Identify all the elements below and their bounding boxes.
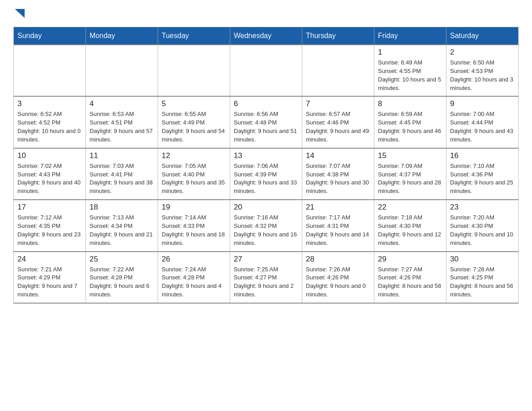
calendar-cell: [302, 45, 374, 96]
day-info: Sunrise: 7:07 AM Sunset: 4:38 PM Dayligh…: [306, 162, 370, 196]
day-number: 30: [450, 255, 515, 264]
day-number: 22: [378, 203, 442, 212]
calendar-cell: 25Sunrise: 7:22 AM Sunset: 4:28 PM Dayli…: [86, 252, 158, 303]
calendar-row-3: 10Sunrise: 7:02 AM Sunset: 4:43 PM Dayli…: [14, 148, 519, 200]
calendar-cell: 22Sunrise: 7:18 AM Sunset: 4:30 PM Dayli…: [374, 200, 446, 251]
calendar-cell: 19Sunrise: 7:14 AM Sunset: 4:33 PM Dayli…: [158, 200, 230, 251]
calendar-cell: 13Sunrise: 7:06 AM Sunset: 4:39 PM Dayli…: [230, 148, 302, 200]
calendar-cell: 12Sunrise: 7:05 AM Sunset: 4:40 PM Dayli…: [158, 148, 230, 200]
calendar-cell: 28Sunrise: 7:26 AM Sunset: 4:26 PM Dayli…: [302, 252, 374, 303]
day-info: Sunrise: 7:16 AM Sunset: 4:32 PM Dayligh…: [234, 214, 298, 247]
day-number: 7: [306, 99, 370, 108]
day-number: 27: [234, 255, 298, 264]
day-info: Sunrise: 7:10 AM Sunset: 4:36 PM Dayligh…: [450, 162, 515, 196]
calendar-cell: 16Sunrise: 7:10 AM Sunset: 4:36 PM Dayli…: [446, 148, 519, 200]
day-info: Sunrise: 7:26 AM Sunset: 4:26 PM Dayligh…: [306, 265, 370, 299]
calendar-cell: 17Sunrise: 7:12 AM Sunset: 4:35 PM Dayli…: [14, 200, 86, 251]
day-number: 24: [17, 255, 82, 264]
day-info: Sunrise: 7:13 AM Sunset: 4:34 PM Dayligh…: [90, 214, 154, 247]
calendar-table: SundayMondayTuesdayWednesdayThursdayFrid…: [13, 27, 519, 304]
calendar-cell: 1Sunrise: 6:49 AM Sunset: 4:55 PM Daylig…: [374, 45, 446, 96]
day-number: 26: [162, 255, 226, 264]
day-number: 4: [90, 99, 154, 108]
svg-marker-0: [15, 9, 25, 18]
logo-flag-icon: [15, 9, 25, 18]
day-number: 8: [378, 99, 442, 108]
day-info: Sunrise: 6:52 AM Sunset: 4:52 PM Dayligh…: [17, 110, 82, 144]
day-info: Sunrise: 6:55 AM Sunset: 4:49 PM Dayligh…: [162, 110, 226, 144]
weekday-header-wednesday: Wednesday: [230, 27, 302, 45]
day-number: 18: [90, 203, 154, 212]
day-info: Sunrise: 7:12 AM Sunset: 4:35 PM Dayligh…: [17, 214, 82, 247]
day-number: 9: [450, 99, 515, 108]
day-info: Sunrise: 7:00 AM Sunset: 4:44 PM Dayligh…: [450, 110, 515, 144]
day-info: Sunrise: 6:57 AM Sunset: 4:46 PM Dayligh…: [306, 110, 370, 144]
day-info: Sunrise: 7:21 AM Sunset: 4:29 PM Dayligh…: [17, 265, 82, 299]
day-info: Sunrise: 7:14 AM Sunset: 4:33 PM Dayligh…: [162, 214, 226, 247]
calendar-cell: 7Sunrise: 6:57 AM Sunset: 4:46 PM Daylig…: [302, 96, 374, 148]
day-info: Sunrise: 6:50 AM Sunset: 4:53 PM Dayligh…: [450, 59, 515, 92]
day-number: 5: [162, 99, 226, 108]
calendar-cell: 3Sunrise: 6:52 AM Sunset: 4:52 PM Daylig…: [14, 96, 86, 148]
day-info: Sunrise: 6:59 AM Sunset: 4:45 PM Dayligh…: [378, 110, 442, 144]
calendar-cell: 30Sunrise: 7:28 AM Sunset: 4:25 PM Dayli…: [446, 252, 519, 303]
logo: [13, 9, 25, 18]
calendar-cell: [14, 45, 86, 96]
calendar-header-row: SundayMondayTuesdayWednesdayThursdayFrid…: [14, 27, 519, 45]
calendar-cell: 24Sunrise: 7:21 AM Sunset: 4:29 PM Dayli…: [14, 252, 86, 303]
calendar-row-5: 24Sunrise: 7:21 AM Sunset: 4:29 PM Dayli…: [14, 252, 519, 303]
weekday-header-sunday: Sunday: [14, 27, 86, 45]
day-info: Sunrise: 7:28 AM Sunset: 4:25 PM Dayligh…: [450, 265, 515, 299]
calendar-cell: 21Sunrise: 7:17 AM Sunset: 4:31 PM Dayli…: [302, 200, 374, 251]
day-info: Sunrise: 7:17 AM Sunset: 4:31 PM Dayligh…: [306, 214, 370, 247]
weekday-header-friday: Friday: [374, 27, 446, 45]
day-number: 23: [450, 203, 515, 212]
day-info: Sunrise: 7:06 AM Sunset: 4:39 PM Dayligh…: [234, 162, 298, 196]
weekday-header-tuesday: Tuesday: [158, 27, 230, 45]
day-info: Sunrise: 6:53 AM Sunset: 4:51 PM Dayligh…: [90, 110, 154, 144]
calendar-cell: 23Sunrise: 7:20 AM Sunset: 4:30 PM Dayli…: [446, 200, 519, 251]
calendar-cell: 15Sunrise: 7:09 AM Sunset: 4:37 PM Dayli…: [374, 148, 446, 200]
day-number: 10: [17, 151, 82, 160]
day-number: 28: [306, 255, 370, 264]
calendar-cell: 26Sunrise: 7:24 AM Sunset: 4:28 PM Dayli…: [158, 252, 230, 303]
day-number: 11: [90, 151, 154, 160]
day-info: Sunrise: 7:22 AM Sunset: 4:28 PM Dayligh…: [90, 265, 154, 299]
day-number: 25: [90, 255, 154, 264]
day-info: Sunrise: 7:18 AM Sunset: 4:30 PM Dayligh…: [378, 214, 442, 247]
weekday-header-monday: Monday: [86, 27, 158, 45]
calendar-cell: 29Sunrise: 7:27 AM Sunset: 4:26 PM Dayli…: [374, 252, 446, 303]
day-info: Sunrise: 7:20 AM Sunset: 4:30 PM Dayligh…: [450, 214, 515, 247]
calendar-cell: 2Sunrise: 6:50 AM Sunset: 4:53 PM Daylig…: [446, 45, 519, 96]
day-info: Sunrise: 7:24 AM Sunset: 4:28 PM Dayligh…: [162, 265, 226, 299]
calendar-cell: 6Sunrise: 6:56 AM Sunset: 4:48 PM Daylig…: [230, 96, 302, 148]
day-number: 29: [378, 255, 442, 264]
weekday-header-thursday: Thursday: [302, 27, 374, 45]
day-info: Sunrise: 6:49 AM Sunset: 4:55 PM Dayligh…: [378, 59, 442, 92]
calendar-cell: 10Sunrise: 7:02 AM Sunset: 4:43 PM Dayli…: [14, 148, 86, 200]
day-number: 6: [234, 99, 298, 108]
day-number: 1: [378, 48, 442, 57]
day-number: 20: [234, 203, 298, 212]
day-info: Sunrise: 6:56 AM Sunset: 4:48 PM Dayligh…: [234, 110, 298, 144]
day-info: Sunrise: 7:03 AM Sunset: 4:41 PM Dayligh…: [90, 162, 154, 196]
calendar-cell: 5Sunrise: 6:55 AM Sunset: 4:49 PM Daylig…: [158, 96, 230, 148]
calendar-cell: 8Sunrise: 6:59 AM Sunset: 4:45 PM Daylig…: [374, 96, 446, 148]
day-number: 16: [450, 151, 515, 160]
weekday-header-saturday: Saturday: [446, 27, 519, 45]
calendar-row-1: 1Sunrise: 6:49 AM Sunset: 4:55 PM Daylig…: [14, 45, 519, 96]
day-info: Sunrise: 7:09 AM Sunset: 4:37 PM Dayligh…: [378, 162, 442, 196]
day-number: 3: [17, 99, 82, 108]
calendar-cell: 4Sunrise: 6:53 AM Sunset: 4:51 PM Daylig…: [86, 96, 158, 148]
day-info: Sunrise: 7:02 AM Sunset: 4:43 PM Dayligh…: [17, 162, 82, 196]
day-number: 17: [17, 203, 82, 212]
day-number: 13: [234, 151, 298, 160]
day-info: Sunrise: 7:25 AM Sunset: 4:27 PM Dayligh…: [234, 265, 298, 299]
calendar-cell: 18Sunrise: 7:13 AM Sunset: 4:34 PM Dayli…: [86, 200, 158, 251]
day-info: Sunrise: 7:05 AM Sunset: 4:40 PM Dayligh…: [162, 162, 226, 196]
day-number: 14: [306, 151, 370, 160]
calendar-cell: [230, 45, 302, 96]
calendar-cell: [158, 45, 230, 96]
calendar-cell: 11Sunrise: 7:03 AM Sunset: 4:41 PM Dayli…: [86, 148, 158, 200]
calendar-row-4: 17Sunrise: 7:12 AM Sunset: 4:35 PM Dayli…: [14, 200, 519, 251]
